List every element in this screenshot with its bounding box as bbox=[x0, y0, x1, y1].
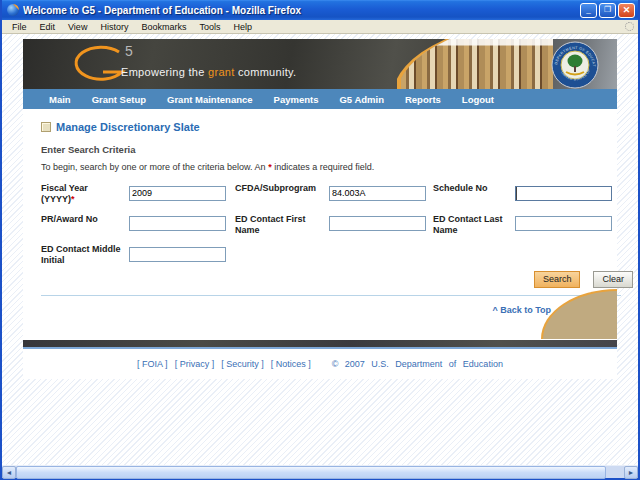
nav-g5-admin[interactable]: G5 Admin bbox=[339, 94, 384, 105]
content-column: 5 Empowering the grant community. bbox=[23, 39, 617, 379]
menu-file[interactable]: File bbox=[6, 22, 33, 32]
page-title-icon bbox=[41, 122, 51, 132]
fiscal-year-input[interactable] bbox=[129, 186, 226, 201]
fiscal-year-label: Fiscal Year (YYYY)* bbox=[41, 182, 129, 206]
menu-help[interactable]: Help bbox=[227, 22, 258, 32]
main-navbar: Main Grant Setup Grant Maintenance Payme… bbox=[23, 89, 617, 109]
g5-logo-number: 5 bbox=[125, 43, 133, 59]
ed-contact-first-name-label: ED Contact First Name bbox=[235, 213, 329, 237]
titlebar[interactable]: Welcome to G5 - Department of Education … bbox=[2, 0, 638, 20]
header-banner: 5 Empowering the grant community. bbox=[23, 39, 617, 89]
ed-contact-last-name-input[interactable] bbox=[515, 216, 612, 231]
g5-logo-icon: 5 bbox=[53, 42, 145, 88]
ed-contact-middle-initial-label: ED Contact Middle Initial bbox=[41, 243, 129, 267]
ed-contact-last-name-label: ED Contact Last Name bbox=[433, 213, 515, 237]
throbber-icon bbox=[625, 22, 634, 31]
schedule-no-input[interactable] bbox=[515, 186, 612, 201]
footer-accent-bar bbox=[23, 340, 617, 349]
classroom-corner-image bbox=[541, 289, 617, 339]
restore-button[interactable]: ❐ bbox=[599, 3, 616, 18]
footer-link-foia[interactable]: [ FOIA ] bbox=[137, 359, 168, 369]
page-viewport: 5 Empowering the grant community. bbox=[2, 34, 638, 465]
scroll-right-button[interactable]: ► bbox=[624, 466, 638, 479]
menubar: File Edit View History Bookmarks Tools H… bbox=[2, 20, 638, 34]
search-button[interactable]: Search bbox=[534, 271, 581, 288]
nav-reports[interactable]: Reports bbox=[405, 94, 441, 105]
cfda-subprogram-label: CFDA/Subprogram bbox=[235, 182, 329, 194]
bookshelf-image bbox=[401, 39, 553, 89]
instructions-text: To begin, search by one or more of the c… bbox=[41, 162, 617, 172]
footer: [ FOIA ] [ Privacy ] [ Security ] [ Noti… bbox=[23, 349, 617, 379]
nav-payments[interactable]: Payments bbox=[274, 94, 319, 105]
copyright-text: © 2007 U.S. Department of Education bbox=[332, 359, 503, 369]
menu-view[interactable]: View bbox=[62, 22, 93, 32]
schedule-no-label: Schedule No bbox=[433, 182, 515, 194]
search-criteria-form: Fiscal Year (YYYY)* CFDA/Subprogram Sche… bbox=[41, 182, 615, 267]
back-to-top-link[interactable]: ^ Back to Top bbox=[492, 305, 551, 315]
section-divider bbox=[41, 295, 621, 296]
minimize-button[interactable]: _ bbox=[580, 3, 597, 18]
scrollbar-thumb[interactable] bbox=[16, 466, 606, 479]
browser-window: Welcome to G5 - Department of Education … bbox=[0, 0, 640, 480]
horizontal-scrollbar[interactable]: ◄ ► bbox=[2, 465, 638, 478]
section-heading: Enter Search Criteria bbox=[41, 144, 617, 155]
ed-contact-middle-initial-input[interactable] bbox=[129, 247, 226, 262]
menu-bookmarks[interactable]: Bookmarks bbox=[135, 22, 192, 32]
menu-edit[interactable]: Edit bbox=[34, 22, 62, 32]
window-controls: _ ❐ ✕ bbox=[580, 3, 635, 18]
page-title-row: Manage Discretionary Slate bbox=[41, 121, 617, 133]
banner-tagline: Empowering the grant community. bbox=[121, 66, 296, 78]
footer-link-privacy[interactable]: [ Privacy ] bbox=[175, 359, 215, 369]
clear-button[interactable]: Clear bbox=[593, 271, 633, 288]
nav-grant-setup[interactable]: Grant Setup bbox=[92, 94, 146, 105]
form-buttons: Search Clear bbox=[41, 271, 633, 288]
menu-tools[interactable]: Tools bbox=[193, 22, 226, 32]
nav-logout[interactable]: Logout bbox=[462, 94, 494, 105]
main-content: Manage Discretionary Slate Enter Search … bbox=[23, 109, 617, 349]
ed-contact-first-name-input[interactable] bbox=[329, 216, 426, 231]
education-seal-icon: DEPARTMENT OF EDUCATION UNITED STATES OF… bbox=[551, 41, 599, 89]
close-button[interactable]: ✕ bbox=[618, 3, 635, 18]
nav-main[interactable]: Main bbox=[49, 94, 71, 105]
footer-link-security[interactable]: [ Security ] bbox=[221, 359, 264, 369]
menu-history[interactable]: History bbox=[94, 22, 134, 32]
nav-grant-maintenance[interactable]: Grant Maintenance bbox=[167, 94, 253, 105]
footer-link-notices[interactable]: [ Notices ] bbox=[271, 359, 311, 369]
scroll-left-button[interactable]: ◄ bbox=[2, 466, 16, 479]
page-title: Manage Discretionary Slate bbox=[56, 121, 200, 133]
cfda-subprogram-input[interactable] bbox=[329, 186, 426, 201]
pr-award-no-input[interactable] bbox=[129, 216, 226, 231]
firefox-icon bbox=[7, 4, 19, 16]
window-title: Welcome to G5 - Department of Education … bbox=[23, 5, 580, 16]
pr-award-no-label: PR/Award No bbox=[41, 213, 129, 225]
